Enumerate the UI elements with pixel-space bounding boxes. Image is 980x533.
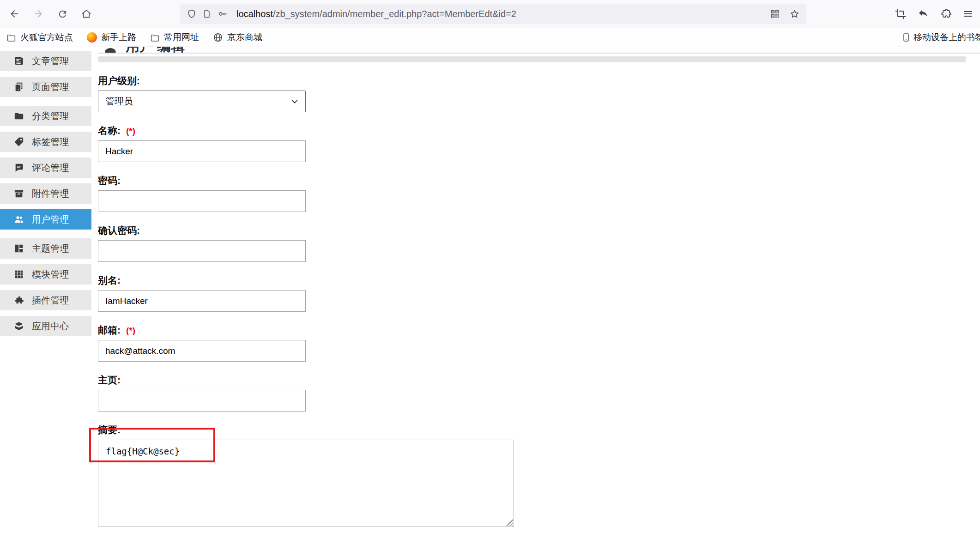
globe-icon	[213, 32, 223, 42]
reload-icon	[57, 9, 68, 19]
field-homepage: 主页:	[98, 374, 980, 412]
field-alias: 别名:	[98, 274, 980, 312]
field-label: 确认密码:	[98, 224, 980, 237]
user-level-select[interactable]: 管理员	[98, 91, 306, 112]
field-intro: 摘要: flag{H@Ck@sec}	[98, 424, 980, 527]
theme-icon	[14, 243, 24, 254]
sidebar-item-label: 主题管理	[32, 242, 69, 255]
bookmark-label: 常用网址	[164, 31, 199, 43]
url-text[interactable]: localhost/zb_system/admin/member_edit.ph…	[236, 9, 764, 19]
sidebar-item-tags[interactable]: 标签管理	[0, 132, 91, 152]
heading-divider	[98, 53, 980, 54]
sidebar-item-comments[interactable]: 评论管理	[0, 157, 91, 178]
comment-icon	[14, 163, 24, 173]
screenshot-crop-icon[interactable]	[895, 8, 906, 19]
bookmark-item[interactable]: 京东商城	[213, 31, 262, 43]
qr-code-icon[interactable]	[770, 9, 780, 19]
hint-bar	[98, 56, 966, 62]
key-icon[interactable]	[217, 9, 228, 19]
mobile-bookmarks-item[interactable]: 移动设备上的书签	[901, 28, 980, 47]
firefox-icon	[87, 32, 97, 42]
confirm-password-input[interactable]	[98, 240, 306, 262]
field-label: 别名:	[98, 274, 980, 287]
sidebar-item-label: 附件管理	[32, 188, 69, 200]
url-bar[interactable]: localhost/zb_system/admin/member_edit.ph…	[180, 4, 806, 24]
sidebar-item-plugins[interactable]: 插件管理	[0, 290, 91, 310]
bookmark-label: 京东商城	[227, 31, 262, 43]
sidebar-item-label: 文章管理	[32, 55, 69, 67]
urlbar-actions	[770, 9, 800, 19]
sidebar-item-modules[interactable]: 模块管理	[0, 264, 91, 285]
field-user-level: 用户级别: 管理员	[98, 74, 980, 112]
tag-icon	[14, 137, 24, 147]
sidebar-item-label: 用户管理	[32, 213, 69, 226]
back-arrow-icon	[9, 8, 20, 19]
url-path: /zb_system/admin/member_edit.php?act=Mem…	[273, 9, 516, 19]
homepage-input[interactable]	[98, 390, 306, 412]
intro-textarea[interactable]: flag{H@Ck@sec}	[98, 440, 514, 527]
field-name: 名称:(*)	[98, 124, 980, 162]
field-label: 摘要:	[98, 424, 980, 436]
menu-hamburger-icon[interactable]	[962, 8, 974, 19]
field-label: 邮箱:(*)	[98, 324, 980, 337]
sidebar-item-articles[interactable]: 文章管理	[0, 51, 91, 71]
field-label: 用户级别:	[98, 74, 980, 87]
sidebar-item-label: 评论管理	[32, 162, 69, 174]
field-label: 主页:	[98, 374, 980, 387]
required-marker: (*)	[126, 326, 135, 336]
field-password: 密码:	[98, 174, 980, 212]
sidebar-item-app-center[interactable]: 应用中心	[0, 316, 91, 336]
field-label: 名称:(*)	[98, 124, 980, 137]
sidebar-item-attachments[interactable]: 附件管理	[0, 183, 91, 204]
mobile-bookmarks-label: 移动设备上的书签	[913, 31, 980, 43]
sidebar-item-label: 模块管理	[32, 268, 69, 281]
sidebar-item-label: 标签管理	[32, 136, 69, 148]
attachment-icon	[14, 188, 24, 199]
pages-icon	[14, 82, 24, 92]
folder-icon	[6, 33, 16, 42]
firefox-window: { "browser": { "toolbar": { "url_host": …	[0, 0, 980, 533]
sidebar-item-users[interactable]: 用户管理	[0, 209, 91, 230]
users-icon	[14, 214, 24, 224]
shield-icon[interactable]	[187, 9, 197, 19]
sidebar-item-label: 页面管理	[32, 81, 69, 93]
bookmark-item[interactable]: 常用网址	[150, 31, 199, 43]
sidebar-item-label: 应用中心	[32, 320, 69, 333]
field-label: 密码:	[98, 174, 980, 187]
sidebar-item-pages[interactable]: 页面管理	[0, 77, 91, 97]
member-edit-page: 用户 编辑 用户级别: 管理员 名称:(*) 密码: 确认密码: 别名: 邮箱:…	[98, 47, 980, 533]
page-title-clipped: 用户 编辑	[98, 47, 980, 53]
bookmark-label: 新手上路	[101, 31, 136, 43]
password-input[interactable]	[98, 190, 306, 212]
alias-input[interactable]	[98, 290, 306, 312]
sidebar-item-themes[interactable]: 主题管理	[0, 238, 91, 259]
article-icon	[14, 56, 24, 66]
back-button[interactable]	[6, 5, 23, 23]
bookmark-item[interactable]: 火狐官方站点	[6, 31, 73, 43]
bookmark-star-icon[interactable]	[789, 9, 800, 19]
page-title: 用户 编辑	[103, 47, 185, 53]
document-icon[interactable]	[202, 9, 212, 19]
browser-toolbar: localhost/zb_system/admin/member_edit.ph…	[0, 0, 980, 28]
bookmark-item[interactable]: 新手上路	[87, 31, 136, 43]
sidebar-item-label: 插件管理	[32, 294, 69, 307]
extensions-puzzle-icon[interactable]	[940, 8, 951, 19]
home-button[interactable]	[78, 5, 95, 23]
sidebar-item-categories[interactable]: 分类管理	[0, 106, 91, 126]
name-input[interactable]	[98, 140, 306, 162]
undo-arrow-icon[interactable]	[917, 8, 929, 19]
folder-icon	[14, 111, 24, 121]
user-level-selected-value: 管理员	[105, 95, 133, 108]
field-email: 邮箱:(*)	[98, 324, 980, 362]
mobile-phone-icon	[901, 32, 911, 43]
appcenter-box-icon	[14, 321, 24, 331]
url-host: localhost	[236, 9, 273, 19]
required-marker: (*)	[126, 126, 135, 136]
user-icon	[103, 47, 118, 53]
forward-button	[30, 5, 47, 23]
email-input[interactable]	[98, 340, 306, 362]
plugin-puzzle-icon	[14, 295, 24, 305]
home-icon	[81, 8, 92, 19]
modules-grid-icon	[14, 269, 24, 279]
reload-button[interactable]	[54, 5, 71, 23]
